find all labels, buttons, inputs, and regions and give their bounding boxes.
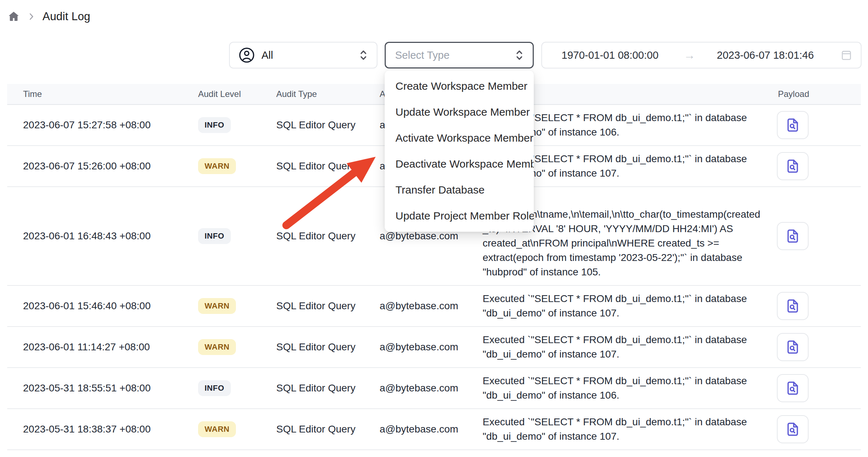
actor-filter-value: All bbox=[261, 49, 352, 61]
payload-view-button[interactable] bbox=[777, 111, 809, 139]
actor-cell: a@bytebase.com bbox=[380, 341, 483, 353]
dropdown-option[interactable]: Update Workspace Member bbox=[385, 99, 534, 125]
table-row: 2023-06-01 15:46:40 +08:00 WARN SQL Edit… bbox=[7, 286, 861, 327]
time-cell: 2023-06-01 15:46:40 +08:00 bbox=[23, 300, 198, 312]
actor-cell: a@bytebase.com bbox=[380, 300, 483, 312]
comment-cell: Executed `"SELECT * FROM db_ui_demo.t1;"… bbox=[483, 327, 771, 367]
col-audit-level: Audit Level bbox=[198, 89, 276, 99]
audit-level-badge: INFO bbox=[198, 380, 231, 396]
time-cell: 2023-05-31 18:55:51 +08:00 bbox=[23, 382, 198, 394]
file-search-icon bbox=[785, 157, 801, 175]
actor-filter-select[interactable]: All bbox=[229, 42, 377, 68]
dropdown-option[interactable]: Create Workspace Member bbox=[385, 73, 534, 99]
time-cell: 2023-06-01 16:48:43 +08:00 bbox=[23, 230, 198, 242]
page-title: Audit Log bbox=[42, 10, 90, 23]
audit-type-cell: SQL Editor Query bbox=[276, 119, 380, 131]
audit-level-badge: INFO bbox=[198, 117, 231, 133]
comment-cell: Executed `"SELECT * FROM db_ui_demo.t1;"… bbox=[483, 286, 771, 326]
file-search-icon bbox=[785, 380, 801, 397]
file-search-icon bbox=[785, 338, 801, 356]
audit-type-cell: SQL Editor Query bbox=[276, 230, 380, 242]
dropdown-option[interactable]: Deactivate Workspace Member bbox=[385, 151, 534, 177]
file-search-icon bbox=[785, 421, 801, 438]
type-dropdown-menu: Create Workspace Member Update Workspace… bbox=[385, 70, 534, 232]
type-filter-placeholder: Select Type bbox=[395, 49, 514, 61]
time-cell: 2023-06-07 15:26:00 +08:00 bbox=[23, 160, 198, 172]
audit-type-cell: SQL Editor Query bbox=[276, 382, 380, 394]
audit-type-cell: SQL Editor Query bbox=[276, 423, 380, 435]
dropdown-option[interactable]: Activate Workspace Member bbox=[385, 125, 534, 151]
audit-type-cell: SQL Editor Query bbox=[276, 341, 380, 353]
audit-level-badge: INFO bbox=[198, 228, 231, 244]
actor-cell: a@bytebase.com bbox=[380, 423, 483, 435]
payload-view-button[interactable] bbox=[777, 333, 809, 361]
actor-cell: a@bytebase.com bbox=[380, 382, 483, 394]
arrow-right-icon: → bbox=[684, 49, 695, 62]
user-circle-icon bbox=[238, 47, 255, 63]
table-row: 2023-05-31 18:55:51 +08:00 INFO SQL Edit… bbox=[7, 368, 861, 409]
audit-level-badge: WARN bbox=[198, 421, 236, 437]
file-search-icon bbox=[785, 227, 801, 245]
updown-chevron-icon bbox=[358, 49, 369, 61]
comment-cell: Executed `"SELECT * FROM db_ui_demo.t1;"… bbox=[483, 368, 771, 408]
payload-view-button[interactable] bbox=[777, 152, 809, 180]
col-payload: Payload bbox=[771, 89, 861, 99]
payload-view-button[interactable] bbox=[777, 374, 809, 402]
audit-type-cell: SQL Editor Query bbox=[276, 300, 380, 312]
payload-view-button[interactable] bbox=[777, 222, 809, 250]
time-cell: 2023-06-01 11:14:27 +08:00 bbox=[23, 341, 198, 353]
audit-level-badge: WARN bbox=[198, 298, 236, 314]
payload-view-button[interactable] bbox=[777, 292, 809, 320]
payload-view-button[interactable] bbox=[777, 415, 809, 443]
file-search-icon bbox=[785, 116, 801, 134]
table-row: 2023-06-01 11:14:27 +08:00 WARN SQL Edit… bbox=[7, 327, 861, 368]
table-row: 2023-05-31 18:38:37 +08:00 WARN SQL Edit… bbox=[7, 409, 861, 450]
date-range-end: 2023-06-07 18:01:46 bbox=[717, 49, 840, 61]
date-range-start: 1970-01-01 08:00:00 bbox=[561, 49, 658, 61]
type-filter-select[interactable]: Select Type bbox=[385, 42, 534, 68]
time-cell: 2023-06-07 15:27:58 +08:00 bbox=[23, 119, 198, 131]
calendar-icon bbox=[840, 49, 853, 61]
breadcrumb-chevron-icon bbox=[27, 12, 36, 21]
dropdown-option[interactable]: Update Project Member Role bbox=[385, 203, 534, 229]
time-cell: 2023-05-31 18:38:37 +08:00 bbox=[23, 423, 198, 435]
date-range-picker[interactable]: 1970-01-01 08:00:00 → 2023-06-07 18:01:4… bbox=[541, 42, 862, 68]
audit-level-badge: WARN bbox=[198, 158, 236, 174]
comment-cell: Executed `"SELECT * FROM db_ui_demo.t1;"… bbox=[483, 409, 771, 449]
audit-log-page: Audit Log All Select Type 1970-01-01 08:… bbox=[0, 0, 868, 457]
breadcrumb: Audit Log bbox=[7, 9, 90, 25]
actor-cell: a@bytebase.com bbox=[380, 230, 483, 242]
dropdown-option[interactable]: Transfer Database bbox=[385, 177, 534, 203]
file-search-icon bbox=[785, 297, 801, 315]
audit-level-badge: WARN bbox=[198, 339, 236, 355]
home-icon[interactable] bbox=[7, 10, 20, 23]
updown-chevron-icon bbox=[514, 49, 525, 61]
audit-type-cell: SQL Editor Query bbox=[276, 160, 380, 172]
col-audit-type: Audit Type bbox=[276, 89, 380, 99]
col-time: Time bbox=[23, 89, 198, 99]
